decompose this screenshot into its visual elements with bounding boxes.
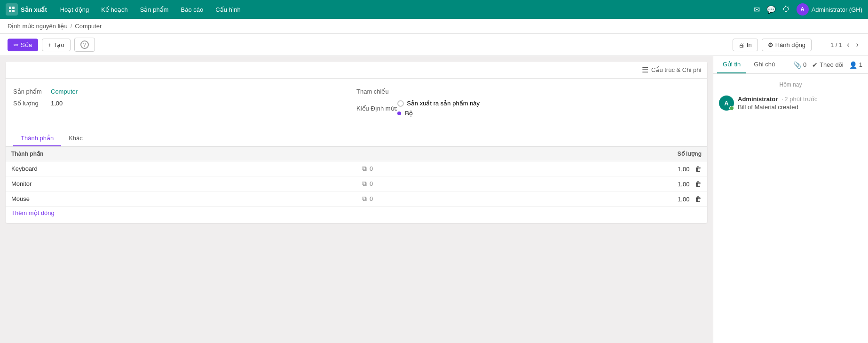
type-option-manufacture[interactable]: Sản xuất ra sản phẩm này: [397, 100, 480, 107]
attach-count: 0: [803, 61, 806, 68]
row-count: 0: [370, 180, 373, 187]
qty-value: 1,00: [678, 166, 689, 173]
online-indicator: [729, 106, 734, 111]
row-count: 0: [370, 165, 373, 172]
structure-cost-button[interactable]: ☰ Cấu trúc & Chi phí: [642, 65, 702, 74]
breadcrumb-current: Computer: [75, 23, 102, 30]
rp-tab-note[interactable]: Ghi chú: [748, 56, 781, 73]
bullet-icon: [397, 112, 401, 115]
component-name-cell: Mouse: [6, 191, 356, 207]
svg-rect-0: [9, 7, 11, 9]
chat-icon[interactable]: 💬: [766, 5, 776, 14]
col-quantity-header: Số lượng: [532, 147, 707, 161]
qty-value: 1,00: [678, 196, 689, 203]
plus-icon: +: [48, 41, 52, 48]
nav-item-activities[interactable]: Hoạt động: [55, 3, 95, 16]
product-value[interactable]: Computer: [51, 88, 78, 95]
col-component-header: Thành phần: [6, 147, 356, 161]
action-button[interactable]: ⚙ Hành động: [762, 39, 812, 51]
main-layout: ☰ Cấu trúc & Chi phí Sản phẩm Computer S…: [0, 56, 868, 343]
components-table-container: Thành phần Số lượng Keyboard ⧉ 0 1,00 🗑: [6, 147, 707, 223]
print-button[interactable]: 🖨 In: [733, 39, 758, 51]
nav-item-planning[interactable]: Kế hoạch: [95, 3, 133, 16]
copy-icon[interactable]: ⧉: [362, 195, 367, 203]
component-icons-cell: ⧉ 0: [356, 191, 532, 207]
table-row: Monitor ⧉ 0 1,00 🗑: [6, 176, 707, 191]
top-navigation: Sản xuất Hoạt động Kế hoạch Sản phẩm Báo…: [0, 0, 868, 19]
message-avatar: A: [719, 96, 734, 111]
component-icons-cell: ⧉ 0: [356, 161, 532, 176]
follower-count: 1: [859, 61, 862, 68]
delete-icon[interactable]: 🗑: [695, 165, 702, 173]
message-author: Administrator: [738, 96, 778, 103]
add-row-link[interactable]: Thêm một dòng: [6, 207, 60, 219]
avatar: A: [797, 3, 809, 16]
message-header: Administrator · 2 phút trước: [738, 96, 862, 103]
tab-components[interactable]: Thành phần: [13, 131, 61, 146]
components-table: Thành phần Số lượng Keyboard ⧉ 0 1,00 🗑: [6, 147, 707, 207]
nav-menu: Hoạt động Kế hoạch Sản phẩm Báo cáo Cấu …: [55, 3, 754, 16]
user-label: Administrator (GH): [812, 6, 862, 13]
person-icon: 👤: [849, 61, 857, 69]
delete-icon[interactable]: 🗑: [695, 180, 702, 188]
gear-icon: ⚙: [768, 41, 773, 48]
tab-other[interactable]: Khác: [61, 131, 90, 146]
svg-rect-3: [12, 10, 15, 12]
structure-btn-label: Cấu trúc & Chi phí: [651, 66, 702, 73]
nav-item-config[interactable]: Cấu hình: [210, 3, 246, 16]
rp-tab-send[interactable]: Gửi tin: [717, 56, 746, 73]
next-page-button[interactable]: ›: [854, 40, 860, 50]
right-field-group: Tham chiếu Kiểu Định mức Sản xuất ra sản…: [356, 86, 700, 123]
reference-field-row: Tham chiếu: [356, 88, 700, 95]
copy-icon[interactable]: ⧉: [362, 180, 367, 188]
breadcrumb-parent[interactable]: Định mức nguyên liệu: [8, 23, 68, 30]
follow-label: Theo dõi: [820, 61, 844, 68]
copy-icon[interactable]: ⧉: [362, 165, 367, 173]
notification-icon[interactable]: ✉: [754, 5, 760, 14]
table-row: Mouse ⧉ 0 1,00 🗑: [6, 191, 707, 207]
type-radio-group: Sản xuất ra sản phẩm này Bộ: [397, 100, 480, 117]
follower-count-action[interactable]: 👤 1: [849, 61, 862, 69]
reference-label: Tham chiếu: [356, 88, 394, 95]
prev-page-button[interactable]: ‹: [845, 40, 851, 50]
app-logo[interactable]: Sản xuất: [6, 3, 47, 16]
nav-item-reports[interactable]: Báo cáo: [175, 3, 209, 16]
attach-action[interactable]: 📎 0: [793, 61, 806, 69]
message-body: Administrator · 2 phút trước Bill of Mat…: [738, 96, 862, 111]
table-row: Keyboard ⧉ 0 1,00 🗑: [6, 161, 707, 176]
right-panel-tabs: Gửi tin Ghi chú 📎 0 ✔ Theo dõi 👤 1: [713, 56, 868, 74]
breadcrumb-bar: Định mức nguyên liệu / Computer: [0, 19, 868, 34]
type-field-row: Kiểu Định mức Sản xuất ra sản phẩm này B…: [356, 100, 700, 117]
pagination: 1 / 1 ‹ ›: [830, 40, 860, 50]
date-divider: Hôm nay: [713, 78, 868, 92]
nav-item-products[interactable]: Sản phẩm: [134, 3, 174, 16]
menu-icon: ☰: [642, 65, 648, 74]
breadcrumb-separator: /: [71, 23, 72, 30]
component-qty-cell: 1,00 🗑: [532, 176, 707, 191]
right-panel: Gửi tin Ghi chú 📎 0 ✔ Theo dõi 👤 1 Hôm n: [713, 56, 868, 343]
component-name-cell: Keyboard: [6, 161, 356, 176]
help-icon: ?: [80, 40, 89, 49]
component-qty-cell: 1,00 🗑: [532, 191, 707, 207]
quantity-label: Số lượng: [13, 100, 51, 107]
follow-action[interactable]: ✔ Theo dõi: [812, 61, 844, 69]
create-button[interactable]: + Tạo: [42, 39, 71, 51]
form-card: ☰ Cấu trúc & Chi phí Sản phẩm Computer S…: [6, 62, 707, 223]
type-option-kit[interactable]: Bộ: [397, 110, 480, 117]
message-time: · 2 phút trước: [781, 96, 817, 103]
product-field-row: Sản phẩm Computer: [13, 88, 356, 95]
delete-icon[interactable]: 🗑: [695, 195, 702, 203]
rp-actions: 📎 0 ✔ Theo dõi 👤 1: [793, 61, 864, 69]
quantity-value[interactable]: 1,00: [51, 100, 63, 107]
help-button[interactable]: ?: [74, 38, 95, 52]
component-qty-cell: 1,00 🗑: [532, 161, 707, 176]
checkmark-icon: ✔: [812, 61, 818, 69]
left-field-group: Sản phẩm Computer Số lượng 1,00: [13, 86, 356, 123]
type-option2-label: Bộ: [405, 110, 413, 117]
component-name-cell: Monitor: [6, 176, 356, 191]
user-menu[interactable]: A Administrator (GH): [797, 3, 862, 16]
qty-value: 1,00: [678, 181, 689, 188]
clock-icon[interactable]: ⏱: [782, 5, 790, 14]
edit-button[interactable]: ✏ Sửa: [8, 39, 38, 51]
form-tabs: Thành phần Khác: [6, 131, 707, 147]
